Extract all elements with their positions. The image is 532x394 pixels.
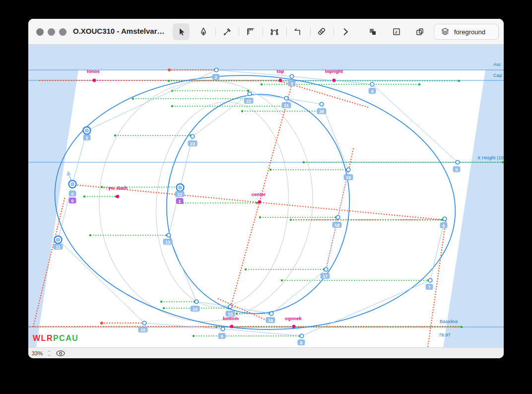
path-node[interactable]: [290, 74, 294, 78]
cursor-icon: [176, 27, 186, 37]
path-node[interactable]: [167, 233, 171, 237]
measurement-endpoint-dot: [132, 98, 134, 100]
node-index-badge-number: 7: [428, 285, 430, 290]
path-node[interactable]: [214, 68, 218, 72]
node-index-badge-number: 4: [371, 89, 373, 94]
node-index-badge-number: 13: [165, 240, 170, 245]
node-index-badge-number: 1: [178, 199, 181, 204]
anchor-point[interactable]: [279, 79, 282, 82]
measurement-endpoint-dot: [247, 90, 249, 92]
path-node[interactable]: [300, 334, 304, 338]
shapes-panel-button[interactable]: [364, 23, 381, 40]
knife-tool-button[interactable]: [219, 23, 236, 40]
measurement-endpoint-dot: [241, 110, 243, 112]
ruler-icon: [246, 27, 256, 37]
pen-icon: [199, 27, 208, 37]
path-node[interactable]: [269, 312, 273, 316]
measurement-endpoint-dot: [171, 105, 173, 107]
anchor-point[interactable]: [292, 325, 296, 328]
anchor-label: ogonek: [285, 316, 302, 321]
node-index-badge-number: 0: [71, 192, 73, 197]
more-tools-button[interactable]: [337, 23, 354, 40]
anchor-point[interactable]: [116, 195, 120, 198]
overlap-icon: [415, 27, 425, 37]
toolbar-separator: [263, 27, 263, 36]
path-node[interactable]: [428, 278, 432, 282]
node-index-badge-number: 16: [268, 318, 273, 323]
zoom-level-value[interactable]: 33%: [32, 350, 43, 356]
pen-tool-button[interactable]: [195, 23, 212, 40]
shapes-icon: [368, 27, 378, 37]
em-box: [36, 70, 485, 347]
path-node[interactable]: [370, 82, 374, 86]
minimize-window-button[interactable]: [48, 28, 55, 36]
node-index-badge-number: 22: [246, 99, 251, 104]
overlap-panel-button[interactable]: [411, 23, 428, 40]
node-index-badge-number: 1: [85, 135, 88, 140]
select-tool-button[interactable]: [173, 23, 190, 40]
measurement-endpoint-dot: [83, 196, 85, 197]
path-node[interactable]: [284, 96, 288, 100]
eraser-icon: [317, 27, 327, 37]
selected-path-node-dot: [86, 130, 87, 131]
transform-panel-button[interactable]: 4: [388, 23, 405, 40]
baseline-label: Baseline: [440, 319, 458, 324]
path-node[interactable]: [191, 134, 195, 138]
path-node[interactable]: [443, 217, 447, 221]
ascender-label: Asc: [493, 62, 501, 67]
corner-tool-button[interactable]: [289, 23, 306, 40]
anchor-point[interactable]: [332, 79, 336, 82]
glyph-preview-letters: WLRPCAU: [33, 334, 78, 342]
window-title: O.XOUC310 - Amstelvar…: [73, 27, 165, 35]
curve-tool-button[interactable]: [266, 23, 283, 40]
zoom-stepper-icon[interactable]: ⌃⌄: [48, 351, 51, 356]
path-node[interactable]: [324, 267, 328, 271]
measurement-endpoint-dot: [418, 83, 420, 85]
transform-icon: 4: [392, 27, 401, 37]
layer-name-label: foreground: [454, 28, 485, 36]
node-index-badge-number: 6: [442, 223, 445, 228]
chevron-right-icon: [340, 27, 350, 37]
measurement-endpoint-dot: [193, 335, 195, 337]
layer-selector-button[interactable]: foreground: [434, 24, 499, 40]
glyph-canvas-area[interactable]: AscCapX Height (10Baseline79.97001234567…: [28, 45, 504, 347]
red-reference-dot: [168, 68, 171, 71]
path-node[interactable]: [336, 215, 340, 219]
zoom-window-button[interactable]: [59, 28, 66, 36]
knife-icon: [222, 27, 232, 37]
measure-tool-button[interactable]: [242, 23, 259, 40]
anchor-label: bottom: [223, 316, 239, 321]
selected-path-node-dot: [58, 239, 59, 240]
screenshot-root: O.XOUC310 - Amstelvar…: [0, 0, 532, 394]
anchor-point[interactable]: [230, 325, 234, 328]
node-index-badge-number: 2: [214, 75, 217, 80]
erase-tool-button[interactable]: [313, 23, 330, 40]
anchor-point[interactable]: [93, 79, 96, 82]
path-node[interactable]: [228, 305, 232, 309]
anchor-label: topright: [325, 68, 343, 74]
path-node[interactable]: [195, 300, 199, 304]
bezier-icon: [269, 27, 279, 37]
node-index-badge-number: 5: [455, 167, 458, 172]
measurement-endpoint-dot: [458, 80, 460, 82]
measurement-endpoint-dot: [245, 268, 247, 270]
node-index-badge-number: 10: [140, 328, 145, 332]
glyph-canvas-svg[interactable]: AscCapX Height (10Baseline79.97001234567…: [28, 45, 504, 347]
path-node[interactable]: [346, 168, 350, 172]
node-index-badge-number: 23: [190, 141, 195, 146]
eye-icon[interactable]: [56, 350, 66, 357]
close-window-button[interactable]: [36, 28, 44, 36]
node-index-badge-number: 12: [177, 192, 182, 197]
node-index-badge-number: 11: [56, 245, 61, 250]
path-node[interactable]: [221, 327, 225, 331]
path-node[interactable]: [142, 321, 146, 325]
path-node[interactable]: [456, 160, 460, 164]
glyph-editor-window: O.XOUC310 - Amstelvar…: [28, 19, 504, 358]
measurement-endpoint-dot: [89, 234, 91, 236]
node-index-badge-number: 17: [323, 274, 328, 279]
anchor-point[interactable]: [258, 200, 262, 204]
path-node[interactable]: [248, 92, 252, 96]
toolbar-separator: [286, 27, 287, 36]
path-node[interactable]: [320, 102, 324, 106]
measurement-endpoint-dot: [303, 161, 305, 163]
